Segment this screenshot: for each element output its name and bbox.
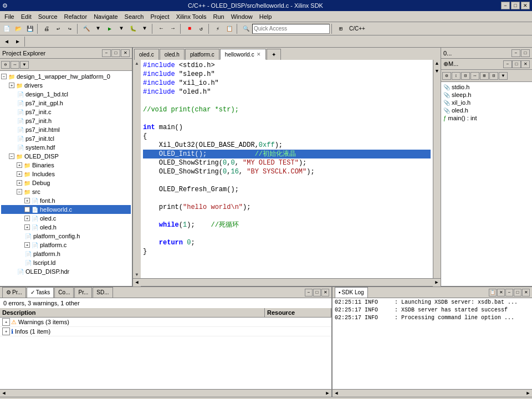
tree-item-platform-config[interactable]: 📄 platform_config.h xyxy=(1,232,131,241)
tab-oled-c[interactable]: oled.c xyxy=(134,49,159,60)
menu-search[interactable]: Search xyxy=(121,12,147,21)
outline2-minimize[interactable]: − xyxy=(503,60,512,68)
close-panel-button[interactable]: ✕ xyxy=(121,49,130,57)
log-scrollbar[interactable]: ◀ ▶ xyxy=(332,389,532,397)
save-button[interactable]: 💾 xyxy=(24,23,35,34)
editor-scrollbar-horizontal[interactable]: ◀ ▶ xyxy=(133,278,441,286)
project-tree[interactable]: − 📁 design_1_wrapper_hw_platform_0 + 📁 d… xyxy=(0,71,132,286)
outline-item-xil-io[interactable]: 📎 xil_io.h xyxy=(442,99,531,106)
menu-project[interactable]: Project xyxy=(147,12,172,21)
bottom-left-scrollbar[interactable]: ◀ ▶ xyxy=(0,389,331,397)
redo-button[interactable]: ↪ xyxy=(64,23,75,34)
tree-item-oled-h[interactable]: + 📄 oled.h xyxy=(1,223,131,232)
outline-filter[interactable]: ⊟ xyxy=(461,72,470,80)
maximize-panel-button[interactable]: □ xyxy=(111,49,120,57)
tree-item-debug[interactable]: + 📁 Debug xyxy=(1,178,131,187)
outline-item-stdio[interactable]: 📎 stdio.h xyxy=(442,83,531,91)
bottom-scroll-right[interactable]: ▶ xyxy=(324,390,331,397)
tree-item-drivers[interactable]: + 📁 drivers xyxy=(1,81,131,90)
outline2-maximize[interactable]: □ xyxy=(512,60,521,68)
explorer-menu-button[interactable]: ▼ xyxy=(20,61,29,69)
log-scroll-right[interactable]: ▶ xyxy=(524,390,532,397)
copy-button[interactable]: 📋 xyxy=(224,23,235,34)
link-editor-button[interactable]: ↔ xyxy=(11,61,19,69)
expand-root[interactable]: − xyxy=(1,74,7,79)
bottom-right-minimize[interactable]: − xyxy=(505,289,513,296)
tree-item-ps7-gpl[interactable]: 📄 ps7_init_gpl.h xyxy=(1,99,131,108)
tree-item-oled-c[interactable]: + 📄 oled.c xyxy=(1,214,131,223)
tab-properties[interactable]: ⚙ Pr... xyxy=(2,287,26,298)
tab-helloworld-c[interactable]: helloworld.c ✕ xyxy=(220,49,266,60)
close-button[interactable]: ✕ xyxy=(521,2,530,9)
editor-scrollbar-vertical[interactable]: ▲ ▼ xyxy=(433,60,441,278)
expand-oled[interactable]: − xyxy=(9,154,14,159)
tree-item-lscript[interactable]: 📄 lscript.ld xyxy=(1,258,131,267)
bottom-left-minimize[interactable]: − xyxy=(305,289,313,296)
quick-access-input[interactable] xyxy=(252,24,330,34)
stop-button[interactable]: ■ xyxy=(184,23,195,34)
outline-collapse[interactable]: ⊟ xyxy=(489,72,498,80)
menu-xilinx[interactable]: Xilinx Tools xyxy=(173,12,210,21)
undo-button[interactable]: ↩ xyxy=(53,23,64,34)
expand-oled-h[interactable]: + xyxy=(24,224,30,230)
tree-item-design-tcl[interactable]: 📄 design_1_bd.tcl xyxy=(1,90,131,99)
tree-item-includes[interactable]: + 📁 Includes xyxy=(1,170,131,178)
bottom-left-close[interactable]: ✕ xyxy=(321,289,329,296)
tree-item-src[interactable]: − 📁 src xyxy=(1,187,131,196)
log-scroll-track[interactable] xyxy=(340,390,524,397)
menu-refactor[interactable]: Refactor xyxy=(61,12,91,21)
tree-item-helloworld[interactable]: + 📄 helloworld.c xyxy=(1,205,131,214)
outline-expand[interactable]: ⊞ xyxy=(480,72,489,80)
menu-source[interactable]: Source xyxy=(35,12,61,21)
tree-item-platform-c[interactable]: + 📄 platform.c xyxy=(1,241,131,249)
tree-item-ps7-h[interactable]: 📄 ps7_init.h xyxy=(1,116,131,125)
tree-item-ps7-c[interactable]: 📄 ps7_init.c xyxy=(1,108,131,116)
tab-extra[interactable]: ✦ xyxy=(267,49,281,60)
log-scroll-left[interactable]: ◀ xyxy=(332,390,340,397)
tab-sdk[interactable]: SD... xyxy=(93,287,112,298)
maximize-button[interactable]: □ xyxy=(511,2,520,9)
tab-problems[interactable]: Pr... xyxy=(74,287,92,298)
outline2-close[interactable]: ✕ xyxy=(521,60,530,68)
open-button[interactable]: 📂 xyxy=(13,23,24,34)
warnings-expand[interactable]: + xyxy=(2,318,10,326)
outline-minimize[interactable]: − xyxy=(511,49,520,57)
minimize-panel-button[interactable]: − xyxy=(102,49,111,57)
tab-oled-h[interactable]: oled.h xyxy=(160,49,185,60)
minimize-button[interactable]: − xyxy=(501,2,510,9)
print-button[interactable]: 🖨 xyxy=(41,23,52,34)
menu-edit[interactable]: Edit xyxy=(18,12,35,21)
outline-menu[interactable]: ▼ xyxy=(499,72,508,80)
expand-oled-c[interactable]: + xyxy=(24,216,30,221)
collapse-all-button[interactable]: ⊖ xyxy=(1,61,10,69)
expand-debug[interactable]: + xyxy=(17,180,22,186)
expand-font[interactable]: + xyxy=(24,198,30,203)
open-perspective-button[interactable]: ⊞ xyxy=(335,23,346,34)
perspective-label[interactable]: C/C++ xyxy=(347,23,367,34)
problem-warnings[interactable]: + ⚠ Warnings (3 items) xyxy=(0,318,331,327)
tab-platform-c[interactable]: platform.c xyxy=(185,49,219,60)
menu-window[interactable]: Window xyxy=(228,12,256,21)
problem-infos[interactable]: + ℹ Infos (1 item) xyxy=(0,327,331,336)
tree-item-system-hdf[interactable]: 📄 system.hdf xyxy=(1,143,131,152)
expand-binaries[interactable]: + xyxy=(17,162,22,168)
bottom-right-close[interactable]: ✕ xyxy=(522,289,530,296)
tab-sdk-log[interactable]: ▪ SDK Log xyxy=(335,287,368,298)
outline-maximize[interactable]: □ xyxy=(521,49,530,57)
back-button[interactable]: ← xyxy=(156,23,167,34)
menu-run[interactable]: Run xyxy=(210,12,228,21)
menu-navigate[interactable]: Navigate xyxy=(90,12,121,21)
run-button[interactable]: ▶ xyxy=(104,23,115,34)
tree-item-binaries[interactable]: + 📁 Binaries xyxy=(1,161,131,170)
run-dropdown[interactable]: ▼ xyxy=(116,23,127,34)
scrollbar-up-button[interactable]: ▲ xyxy=(433,60,441,68)
expand-includes[interactable]: + xyxy=(17,171,22,177)
bottom-right-btn2[interactable]: ✕ xyxy=(497,289,505,296)
bottom-scroll-left[interactable]: ◀ xyxy=(0,390,8,397)
refresh-button[interactable]: ↺ xyxy=(196,23,207,34)
expand-button[interactable]: ▶ xyxy=(12,36,23,47)
outline-item-sleep[interactable]: 📎 sleep.h xyxy=(442,91,531,99)
outline-link[interactable]: ↔ xyxy=(470,72,479,80)
tree-item-ps7-tcl[interactable]: 📄 ps7_init.tcl xyxy=(1,134,131,143)
collapse-button[interactable]: ◀ xyxy=(1,36,12,47)
